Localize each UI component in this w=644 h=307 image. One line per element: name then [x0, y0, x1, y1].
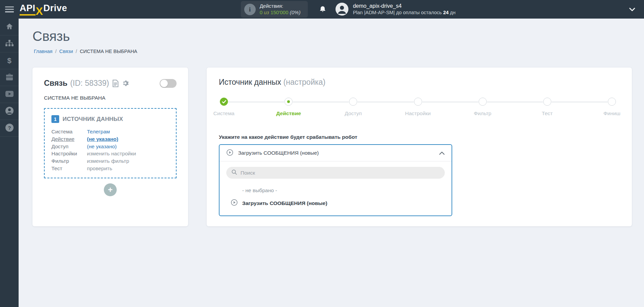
actions-used: 0 — [260, 9, 262, 15]
row-value[interactable]: изменить настройки — [87, 150, 136, 157]
step-access[interactable]: Доступ — [349, 98, 358, 106]
hamburger-menu-icon[interactable] — [5, 6, 14, 12]
row-test: Тест проверить — [51, 165, 169, 172]
step-number-badge: 1 — [51, 115, 59, 123]
home-icon — [5, 22, 14, 32]
user-plan-days-suffix: дн — [450, 10, 455, 15]
document-icon[interactable] — [112, 80, 119, 87]
sidebar-item-services[interactable] — [0, 69, 19, 86]
action-select: Загрузить СООБЩЕНИЯ (новые) - не выбр — [219, 144, 452, 216]
step-finish[interactable]: Финиш — [607, 98, 616, 106]
action-select-label: Укажите на какое действие будет срабатыв… — [219, 134, 620, 140]
sidebar-item-account[interactable] — [0, 103, 19, 120]
row-value-link[interactable]: (не указано) — [87, 135, 118, 143]
sidebar-item-home[interactable] — [0, 19, 19, 35]
sidebar-item-video[interactable] — [0, 86, 19, 103]
row-system: Система Телеграм — [51, 128, 169, 135]
data-source-heading: ИСТОЧНИК ДАННЫХ — [63, 116, 123, 123]
avatar — [336, 3, 348, 16]
actions-percent: (0%) — [290, 9, 301, 15]
data-source-box[interactable]: 1 ИСТОЧНИК ДАННЫХ Система Телеграм Дейст… — [44, 108, 177, 178]
step-system[interactable]: Система — [220, 98, 228, 106]
row-filter: Фильтр изменить фильтр — [51, 157, 169, 165]
sidebar-item-connections[interactable] — [0, 35, 19, 52]
breadcrumb-home[interactable]: Главная — [34, 49, 52, 54]
row-label: Действие — [51, 135, 87, 143]
main-content: Связь Главная / Связи / СИСТЕМА НЕ ВЫБРА… — [19, 19, 644, 307]
step-label: Настройки — [405, 110, 431, 117]
apixdrive-logo[interactable]: APIXDrive — [20, 3, 67, 16]
step-label: Финиш — [603, 110, 620, 117]
actions-counter[interactable]: i Действия: 0 из 150'000 (0%) — [241, 1, 308, 18]
stepper-connector — [422, 102, 478, 102]
option-load-messages[interactable]: Загрузить СООБЩЕНИЯ (новые) — [231, 199, 445, 207]
row-value-link[interactable]: (не указано) — [87, 143, 117, 150]
step-circle — [543, 98, 551, 106]
row-label: Настройки — [51, 150, 87, 157]
step-circle-check-icon — [220, 98, 228, 106]
step-circle-active — [284, 98, 293, 106]
user-plan: Plan |ADM-AP-SM| до оплаты осталось 24 д… — [353, 9, 455, 16]
row-action: Действие (не указано) — [51, 135, 169, 143]
stepper-connector — [487, 102, 543, 102]
option-none[interactable]: - не выбрано - — [242, 187, 445, 194]
app-header: APIXDrive i Действия: 0 из 150'000 (0%) … — [0, 0, 644, 19]
search-input[interactable] — [240, 170, 440, 176]
sidebar-item-help[interactable]: ? — [0, 120, 19, 137]
row-label: Доступ — [51, 143, 87, 150]
briefcase-icon — [5, 73, 14, 82]
row-value[interactable]: проверить — [87, 165, 112, 172]
breadcrumb-separator: / — [76, 49, 77, 54]
actions-total: 150'000 — [271, 9, 289, 15]
dollar-icon: $ — [7, 56, 11, 65]
step-label: Доступ — [345, 110, 362, 117]
connection-card: Связь (ID: 58339) СИСТЕМА НЕ ВЫБРАНА 1 И… — [32, 68, 188, 226]
step-label: Тест — [542, 110, 553, 117]
setup-title: Источник данных (настройка) — [219, 78, 620, 87]
source-setup-card: Источник данных (настройка) Система Дейс… — [207, 68, 632, 226]
row-label: Система — [51, 128, 87, 135]
sidebar-item-billing[interactable]: $ — [0, 52, 19, 69]
step-action[interactable]: Действие — [284, 98, 293, 106]
user-name: demo_apix-drive_s4 — [353, 3, 455, 10]
data-source-rows: Система Телеграм Действие (не указано) Д… — [51, 128, 169, 172]
connection-enabled-toggle[interactable] — [160, 79, 177, 88]
breadcrumb-links[interactable]: Связи — [59, 49, 73, 54]
gear-icon[interactable] — [122, 80, 129, 87]
logo-part-drive: Drive — [43, 3, 67, 16]
page-title: Связь — [32, 29, 632, 44]
row-access: Доступ (не указано) — [51, 143, 169, 150]
stepper-connector — [552, 102, 607, 102]
notifications-bell-icon[interactable] — [319, 5, 327, 14]
add-step-button[interactable]: + — [104, 183, 117, 196]
connection-title: Связь — [44, 79, 67, 88]
step-label: Действие — [276, 110, 301, 117]
option-label: Загрузить СООБЩЕНИЯ (новые) — [242, 200, 327, 206]
stepper-connector — [358, 102, 413, 102]
step-settings[interactable]: Настройки — [414, 98, 422, 106]
action-select-value: Загрузить СООБЩЕНИЯ (новые) — [238, 150, 319, 156]
step-filter[interactable]: Фильтр — [478, 98, 487, 106]
action-select-dropdown: - не выбрано - Загрузить СООБЩЕНИЯ (новы… — [220, 161, 452, 215]
actions-counter-text: Действия: 0 из 150'000 (0%) — [260, 3, 301, 16]
row-value[interactable]: изменить фильтр — [87, 157, 129, 165]
sitemap-icon — [5, 39, 14, 49]
step-test[interactable]: Тест — [543, 98, 552, 106]
step-label: Фильтр — [474, 110, 491, 117]
connection-id: (ID: 58339) — [70, 79, 109, 88]
search-icon — [231, 169, 237, 176]
sidebar: $ ? — [0, 19, 19, 307]
breadcrumb-current: СИСТЕМА НЕ ВЫБРАНА — [80, 49, 137, 54]
connection-subtitle: СИСТЕМА НЕ ВЫБРАНА — [44, 95, 177, 101]
row-value-link[interactable]: Телеграм — [87, 128, 110, 135]
setup-title-main: Источник данных — [219, 78, 281, 86]
dropdown-search[interactable] — [226, 167, 445, 179]
actions-count: 0 из 150'000 (0%) — [260, 9, 301, 16]
user-menu[interactable]: demo_apix-drive_s4 Plan |ADM-AP-SM| до о… — [336, 3, 455, 16]
user-icon — [5, 106, 14, 117]
step-circle — [414, 98, 422, 106]
action-select-head[interactable]: Загрузить СООБЩЕНИЯ (новые) — [220, 145, 452, 161]
actions-label: Действия: — [260, 3, 301, 9]
step-circle — [479, 98, 487, 106]
chevron-down-icon[interactable] — [629, 7, 635, 11]
